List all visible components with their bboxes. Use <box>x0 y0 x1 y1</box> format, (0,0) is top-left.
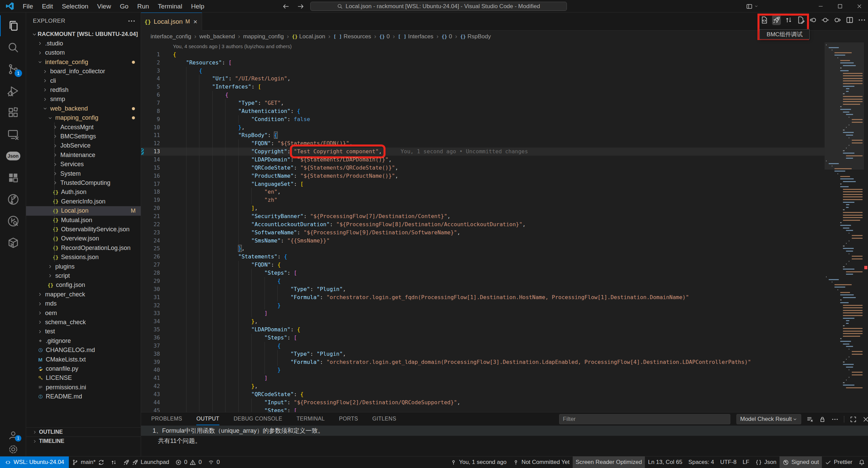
code-line-12[interactable]: 12 "FQDN": "${Statements/FQDN()}", <box>141 139 825 148</box>
command-center-search[interactable]: Local.json - rackmount [WSL: Ubuntu-24.0… <box>310 2 567 11</box>
code-line-45[interactable]: 45 "Steps": [ <box>141 407 825 412</box>
tree-item-script[interactable]: script <box>26 271 141 280</box>
tree-item-overview-json[interactable]: {}Overview.json <box>26 234 141 243</box>
code-line-1[interactable]: 1{ <box>141 51 825 59</box>
activity-gitlens-icon[interactable] <box>0 189 26 210</box>
panel-tab-output[interactable]: OUTPUT <box>196 412 219 425</box>
status-0[interactable]: 0 <box>205 456 223 468</box>
activity-remote-explorer-icon[interactable] <box>0 124 26 145</box>
tree-item-maintenance[interactable]: Maintenance <box>26 150 141 160</box>
code-line-31[interactable]: 31 "Formula": "orchestrator.login.get_fq… <box>141 293 825 301</box>
tree-item-interface-config[interactable]: interface_config <box>26 57 141 67</box>
status-signed-out[interactable]: Signed out <box>780 456 822 468</box>
code-line-8[interactable]: 8 "Authentication": { <box>141 107 825 115</box>
breadcrumb-item[interactable]: [ ] Interfaces <box>398 33 433 40</box>
tree-item--studio[interactable]: .studio <box>26 39 141 48</box>
code-line-32[interactable]: 32 } <box>141 301 825 310</box>
code-line-2[interactable]: 2 "Resources": [ <box>141 59 825 67</box>
tree-item-custom[interactable]: custom <box>26 48 141 58</box>
status-launchpad[interactable]: Launchpad <box>120 456 172 468</box>
tree-item--gitignore[interactable]: .gitignore <box>26 336 141 346</box>
tree-item-sessions-json[interactable]: {}Sessions.json <box>26 253 141 262</box>
code-line-33[interactable]: 33 ] <box>141 309 825 317</box>
activity-extensions-icon[interactable] <box>0 102 26 123</box>
tree-item-config-json[interactable]: {}config.json <box>26 280 141 290</box>
tree-item-oem[interactable]: oem <box>26 308 141 318</box>
tree-item-trustedcomputing[interactable]: TrustedComputing <box>26 178 141 188</box>
code-line-35[interactable]: 35 "LDAPDomain": { <box>141 326 825 334</box>
code-line-11[interactable]: 11 "RspBody": { <box>141 131 825 139</box>
tree-item-conanfile-py[interactable]: conanfile.py <box>26 364 141 373</box>
code-line-37[interactable]: 37 { <box>141 342 825 350</box>
code-line-4[interactable]: 4 "Uri": "/UI/Rest/Login", <box>141 75 825 83</box>
tree-item-genericinfo-json[interactable]: {}GenericInfo.json <box>26 197 141 206</box>
breadcrumb-item[interactable]: {} Local.json <box>292 33 325 40</box>
minimize-button[interactable] <box>811 0 830 13</box>
tree-item-mutual-json[interactable]: {}Mutual.json <box>26 215 141 225</box>
code-line-15[interactable]: 15 "QRCodeState": "${Statements/QRCodeSt… <box>141 164 825 172</box>
activity-settings-gear-icon[interactable] <box>0 442 26 456</box>
status-main[interactable]: main* <box>69 456 107 468</box>
nav-forward-icon[interactable] <box>297 3 304 10</box>
toolbar-nav-forward-circle-icon[interactable] <box>833 15 842 25</box>
status-screen-reader-optimized[interactable]: Screen Reader Optimized <box>573 456 645 468</box>
tree-item-readme-md[interactable]: README.md <box>26 392 141 402</box>
code-line-39[interactable]: 39 "Formula": "orchestrator.login.get_ld… <box>141 358 825 366</box>
panel-tab-gitlens[interactable]: GITLENS <box>372 412 396 425</box>
output-channel-select[interactable]: Model Check Result <box>736 414 801 424</box>
tree-item-changelog-md[interactable]: CHANGELOG.md <box>26 346 141 355</box>
menu-go[interactable]: Go <box>115 0 133 13</box>
activity-search-icon[interactable] <box>0 37 26 58</box>
status-lf[interactable]: LF <box>739 456 752 468</box>
activity-run-debug-icon[interactable] <box>0 80 26 101</box>
code-line-3[interactable]: 3 { <box>141 67 825 75</box>
toolbar-circle-icon[interactable] <box>821 15 830 25</box>
layout-control-button[interactable] <box>746 0 758 13</box>
tree-root[interactable]: RACKMOUNT [WSL: UBUNTU-24.04] <box>26 30 141 39</box>
activity-blocks-extension-icon[interactable] <box>0 167 26 188</box>
toolbar-more-actions-icon[interactable] <box>857 15 866 25</box>
code-line-24[interactable]: 24 "SmsName": "{{SmsName}}" <box>141 237 825 245</box>
code-line-10[interactable]: 10 }, <box>141 123 825 132</box>
code-line-34[interactable]: 34 }, <box>141 317 825 326</box>
code-line-7[interactable]: 7 "Type": "GET", <box>141 99 825 107</box>
breadcrumb-item[interactable]: {} 0 <box>379 33 390 40</box>
status-utf-8[interactable]: UTF-8 <box>717 456 739 468</box>
tree-item-cli[interactable]: cli <box>26 76 141 85</box>
panel-more-actions-icon[interactable] <box>831 416 839 423</box>
code-line-29[interactable]: 29 { <box>141 277 825 285</box>
maximize-panel-icon[interactable] <box>850 416 857 423</box>
code-line-26[interactable]: 26 "Statements": { <box>141 253 825 261</box>
tree-item-mds[interactable]: mds <box>26 299 141 309</box>
code-line-25[interactable]: 25 }, <box>141 245 825 253</box>
code-line-19[interactable]: 19 "zh" <box>141 196 825 204</box>
status-git-compare-icon[interactable] <box>107 456 120 468</box>
status-0[interactable]: 00 <box>172 456 205 468</box>
code-line-40[interactable]: 40 } <box>141 366 825 374</box>
code-line-28[interactable]: 28 "Steps": [ <box>141 269 825 277</box>
menu-selection[interactable]: Selection <box>57 0 93 13</box>
code-line-44[interactable]: 44 "Input": "${ProcessingFlow[2]/Destina… <box>141 398 825 407</box>
output-filter-input[interactable] <box>559 414 730 424</box>
menu-terminal[interactable]: Terminal <box>154 0 187 13</box>
status-prettier[interactable]: Prettier <box>822 456 855 468</box>
status-bell-icon[interactable] <box>855 456 868 468</box>
code-line-9[interactable]: 9 "Condition": false <box>141 115 825 123</box>
output-line[interactable]: 1、Formula中引用函数（unique_array）的参数须和定义一致。 <box>141 426 868 436</box>
tree-item-system[interactable]: System <box>26 169 141 178</box>
tree-item-accessmgnt[interactable]: AccessMgnt <box>26 122 141 132</box>
code-line-43[interactable]: 43 "QRCodeState": { <box>141 390 825 398</box>
views-more-actions-icon[interactable] <box>127 17 136 25</box>
status-wsl-ubuntu-24-04[interactable]: WSL: Ubuntu-24.04 <box>0 456 69 468</box>
minimap[interactable] <box>825 42 864 412</box>
code-line-30[interactable]: 30 "Type": "Plugin", <box>141 285 825 293</box>
menu-help[interactable]: Help <box>186 0 209 13</box>
code-line-27[interactable]: 27 "FQDN": { <box>141 261 825 269</box>
status-you-1-second-ago[interactable]: You, 1 second ago <box>447 456 510 468</box>
tree-item-permissions-ini[interactable]: permissions.ini <box>26 383 141 392</box>
tree-item-redfish[interactable]: redfish <box>26 85 141 95</box>
code-line-20[interactable]: 20 ], <box>141 204 825 212</box>
tree-item-bmcsettings[interactable]: BMCSettings <box>26 132 141 141</box>
menu-edit[interactable]: Edit <box>38 0 58 13</box>
code-line-22[interactable]: 22 "AccountLockoutDuration": "${Processi… <box>141 220 825 229</box>
